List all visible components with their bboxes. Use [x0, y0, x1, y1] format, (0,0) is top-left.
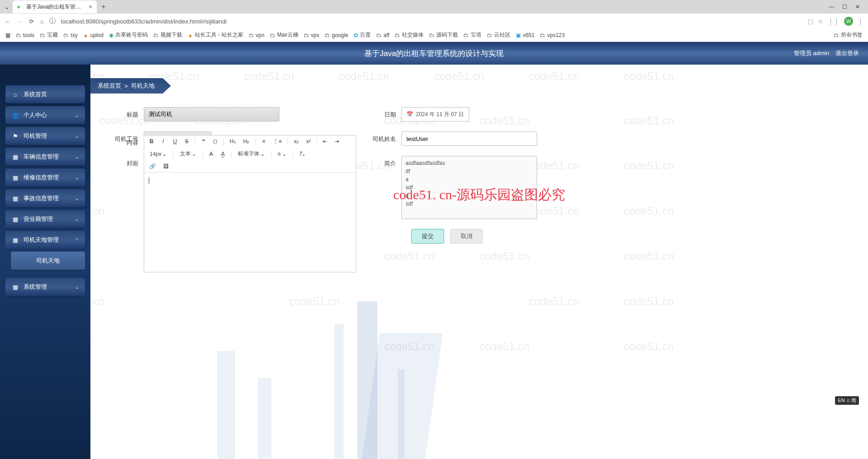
sidebar-item-driver[interactable]: ⚑ 司机管理 ⌄	[5, 127, 85, 145]
ime-indicator[interactable]: EN ♫ 简	[835, 396, 859, 405]
star-icon[interactable]: ☆	[818, 18, 823, 25]
chevron-down-icon: ⌄	[75, 217, 79, 222]
menu-label: 司机管理	[24, 132, 47, 140]
close-icon[interactable]: ×	[89, 3, 92, 10]
flag-icon: ⚑	[12, 133, 19, 140]
underline-button[interactable]: U	[171, 137, 179, 145]
clear-button[interactable]: Tₓ	[297, 150, 306, 158]
paragraph-select[interactable]: 文本 ⌄	[178, 149, 198, 159]
all-bookmarks[interactable]: 🗀所有书签	[834, 31, 863, 39]
chevron-down-icon: ⌄	[75, 175, 79, 180]
extensions-icon[interactable]: ⋮⋮	[828, 18, 840, 25]
apps-button[interactable]: ▦	[5, 32, 10, 38]
close-window-button[interactable]: ✕	[855, 4, 860, 10]
image-button[interactable]: 🖼	[162, 162, 170, 170]
bookmark-item[interactable]: ◉共享账号密码	[109, 31, 148, 39]
new-tab-button[interactable]: +	[101, 3, 105, 11]
color-button[interactable]: A	[208, 150, 215, 158]
forward-button[interactable]: →	[17, 18, 23, 25]
bookmark-item[interactable]: 🗀云社区	[487, 31, 510, 39]
maximize-button[interactable]: ☐	[842, 4, 847, 10]
sidebar-item-repair[interactable]: ▦ 维修信息管理 ⌄	[5, 169, 85, 187]
browser-tab[interactable]: ▾ 基于Java的出租车管理系统的设… ×	[13, 0, 97, 13]
breadcrumb-home[interactable]: 系统首页	[98, 82, 121, 90]
cancel-button[interactable]: 取消	[450, 229, 483, 244]
ol-button[interactable]: ≡	[260, 137, 267, 145]
bookmark-item[interactable]: 🗀源码下载	[429, 31, 458, 39]
submit-button[interactable]: 提交	[411, 229, 444, 244]
reload-button[interactable]: ⟳	[29, 18, 34, 25]
profile-avatar[interactable]: W	[844, 17, 853, 26]
tab-title: 基于Java的出租车管理系统的设…	[26, 3, 85, 11]
bookmark-item[interactable]: 🗀Max云梯	[270, 31, 298, 39]
fontfamily-select[interactable]: 标准字体 ⌄	[236, 149, 267, 159]
bookmark-item[interactable]: 🗀aff	[376, 32, 389, 38]
bookmark-item[interactable]: ✿百度	[354, 31, 371, 39]
intro-textarea[interactable]	[401, 156, 537, 219]
site-info-icon[interactable]: ⓘ	[49, 17, 56, 25]
bookmark-item[interactable]: 🗀社交媒体	[395, 31, 424, 39]
bookmark-bar: ▦ 🗀tools 🗀宝藏 🗀txy ▲uplod ◉共享账号密码 🗀视频下载 ▲…	[0, 29, 868, 42]
italic-button[interactable]: I	[160, 137, 167, 145]
sidebar-item-accident[interactable]: ▦ 事故信息管理 ⌄	[5, 189, 85, 207]
editor-content-area[interactable]	[144, 173, 356, 272]
link-button[interactable]: 🔗	[148, 162, 157, 170]
home-button[interactable]: ⌂	[40, 18, 44, 25]
bgcolor-button[interactable]: A̲	[219, 150, 226, 158]
address-url[interactable]: localhost:8080/springbootb633c/admin/dis…	[61, 18, 802, 25]
bookmark-item[interactable]: ▲站长工具 - 站长之家	[188, 31, 243, 39]
fontsize-select[interactable]: 14px ⌄	[148, 150, 169, 158]
h2-button[interactable]: H₂	[242, 137, 251, 145]
chevron-down-icon: ⌄	[75, 285, 79, 290]
sidebar-subitem-driver-world[interactable]: 司机天地	[11, 252, 85, 270]
bookmark-item[interactable]: 🗀宝塔	[463, 31, 481, 39]
bookmark-item[interactable]: 🗀vps	[304, 32, 320, 38]
sidebar-item-system[interactable]: ▦ 系统管理 ⌄	[5, 278, 85, 296]
menu-icon[interactable]: ⋮	[858, 18, 863, 25]
quote-button[interactable]: ❝	[200, 137, 207, 145]
minimize-button[interactable]: —	[829, 4, 834, 10]
h1-button[interactable]: H₁	[228, 137, 237, 145]
ul-button[interactable]: ⋮≡	[272, 137, 283, 145]
logout-link[interactable]: 退出登录	[835, 49, 859, 57]
menu-label: 司机天地管理	[24, 236, 59, 244]
title-label: 标题	[108, 107, 144, 119]
strike-button[interactable]: S	[183, 137, 190, 145]
bookmark-item[interactable]: 🗀宝藏	[40, 31, 58, 39]
menu-label: 系统首页	[24, 90, 47, 98]
sidebar-item-revenue[interactable]: ▦ 营业额管理 ⌄	[5, 210, 85, 228]
date-picker[interactable]: 📅 2024 年 11 月 07 日	[401, 107, 469, 122]
code-button[interactable]: ⟨⟩	[212, 137, 219, 145]
content-label: 内容	[108, 135, 144, 272]
title-input[interactable]	[144, 107, 279, 122]
user-label[interactable]: 管理员 admin	[794, 49, 829, 57]
grid-icon: ▦	[12, 154, 19, 160]
sidebar-item-driver-world[interactable]: ▦ 司机天地管理 ⌃	[5, 231, 85, 249]
bookmark-item[interactable]: ▲uplod	[83, 32, 104, 38]
grid-icon: ▦	[12, 174, 19, 181]
sub-button[interactable]: x₂	[292, 137, 300, 145]
sidebar-item-profile[interactable]: 👤 个人中心 ⌄	[5, 106, 85, 124]
bookmark-item[interactable]: 🗀txy	[63, 32, 77, 38]
drivername-input[interactable]	[401, 131, 537, 146]
outdent-button[interactable]: ⇥	[333, 137, 340, 145]
back-button[interactable]: ←	[5, 18, 10, 25]
bookmark-item[interactable]: 🗀视频下载	[153, 31, 182, 39]
sidebar-item-vehicle[interactable]: ▦ 车辆信息管理 ⌄	[5, 148, 85, 166]
bookmark-item[interactable]: 🗀tools	[16, 32, 34, 38]
bookmark-item[interactable]: ▣v651	[516, 32, 534, 38]
bookmark-item[interactable]: 🗀vps123	[540, 32, 565, 38]
bookmark-item[interactable]: 🗀vpn	[249, 32, 264, 38]
align-button[interactable]: ≡ ⌄	[276, 150, 288, 158]
bold-button[interactable]: B	[148, 137, 155, 145]
tab-dropdown[interactable]: ⌄	[3, 4, 11, 10]
share-icon[interactable]: ⬚	[808, 18, 813, 25]
bookmark-item[interactable]: 🗀google	[325, 32, 348, 38]
indent-button[interactable]: ⇤	[321, 137, 329, 145]
date-label: 日期	[366, 107, 401, 119]
chevron-down-icon: ⌄	[75, 155, 79, 159]
rich-text-editor: B I U S ❝ ⟨⟩ H₁ H₂ ≡ ⋮≡ x₂	[144, 135, 356, 272]
sup-button[interactable]: x²	[305, 137, 312, 145]
sidebar-item-home[interactable]: ⌂ 系统首页	[5, 85, 85, 103]
grid-icon: ▦	[12, 237, 19, 244]
